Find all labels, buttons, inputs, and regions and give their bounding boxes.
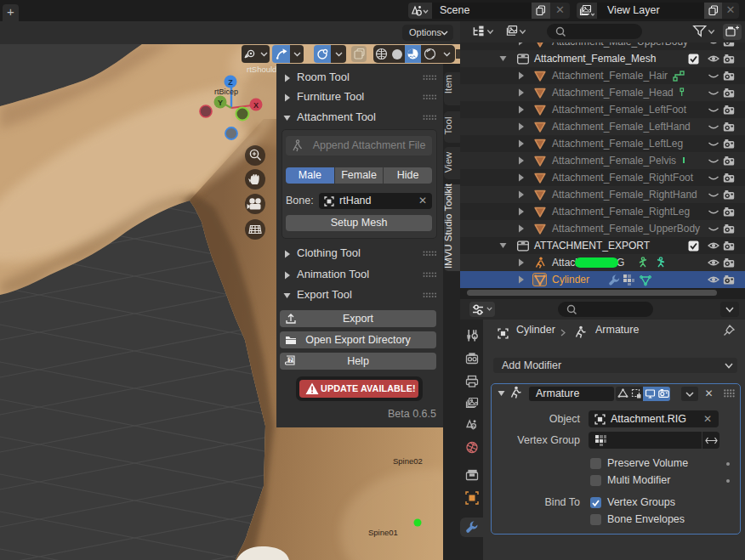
svg-text:Spine02: Spine02 xyxy=(393,456,423,466)
svg-text:Y: Y xyxy=(218,99,223,107)
svg-text:Spine01: Spine01 xyxy=(368,528,398,537)
svg-text:rtBicep: rtBicep xyxy=(214,88,238,96)
svg-text:Z: Z xyxy=(228,78,233,87)
svg-text:?: ? xyxy=(289,357,293,363)
svg-text:X: X xyxy=(253,101,259,110)
